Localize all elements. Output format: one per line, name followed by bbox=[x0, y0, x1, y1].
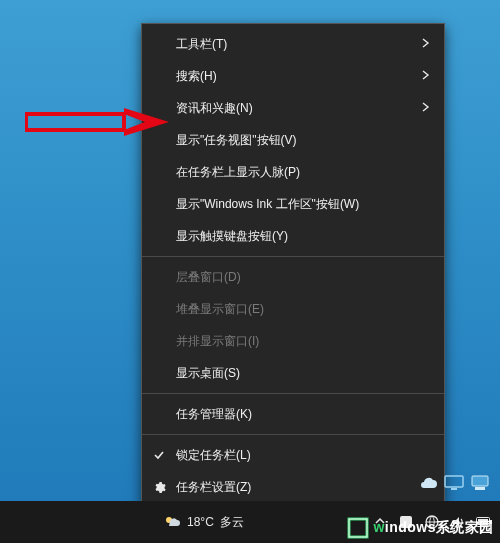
volume-icon[interactable] bbox=[450, 514, 466, 530]
menu-item-toolbar[interactable]: 工具栏(T) bbox=[142, 28, 444, 60]
menu-separator bbox=[142, 434, 444, 435]
check-icon bbox=[152, 448, 166, 462]
svg-rect-3 bbox=[451, 488, 457, 490]
menu-item-label: 搜索(H) bbox=[176, 68, 414, 85]
svg-rect-10 bbox=[478, 519, 488, 525]
tray-app-icon[interactable] bbox=[398, 514, 414, 530]
menu-item-cascade: 层叠窗口(D) bbox=[142, 261, 444, 293]
chevron-right-icon bbox=[422, 101, 430, 115]
battery-icon[interactable] bbox=[476, 514, 492, 530]
menu-item-label: 显示"任务视图"按钮(V) bbox=[176, 132, 430, 149]
gear-icon bbox=[152, 480, 166, 494]
menu-item-stacked: 堆叠显示窗口(E) bbox=[142, 293, 444, 325]
menu-item-label: 显示"Windows Ink 工作区"按钮(W) bbox=[176, 196, 430, 213]
menu-item-news-interests[interactable]: 资讯和兴趣(N) bbox=[142, 92, 444, 124]
svg-rect-4 bbox=[472, 476, 488, 486]
cloud-icon[interactable] bbox=[418, 473, 438, 493]
menu-item-label: 层叠窗口(D) bbox=[176, 269, 430, 286]
taskbar-weather[interactable]: 18°C 多云 bbox=[163, 513, 244, 531]
menu-separator bbox=[142, 256, 444, 257]
svg-rect-2 bbox=[445, 476, 463, 487]
menu-item-show-people[interactable]: 在任务栏上显示人脉(P) bbox=[142, 156, 444, 188]
menu-item-sidebyside: 并排显示窗口(I) bbox=[142, 325, 444, 357]
menu-item-label: 显示桌面(S) bbox=[176, 365, 430, 382]
chevron-right-icon bbox=[422, 37, 430, 51]
menu-item-show-touch-keyboard[interactable]: 显示触摸键盘按钮(Y) bbox=[142, 220, 444, 252]
computer-icon[interactable] bbox=[470, 473, 490, 493]
chevron-right-icon bbox=[422, 69, 430, 83]
weather-text: 多云 bbox=[220, 514, 244, 531]
network-icon[interactable] bbox=[424, 514, 440, 530]
menu-separator bbox=[142, 393, 444, 394]
menu-item-task-manager[interactable]: 任务管理器(K) bbox=[142, 398, 444, 430]
tray-overflow-icon[interactable] bbox=[372, 514, 388, 530]
desktop[interactable]: 工具栏(T) 搜索(H) 资讯和兴趣(N) 显示"任务视图"按钮(V) 在任务栏… bbox=[0, 0, 500, 543]
taskbar-context-menu: 工具栏(T) 搜索(H) 资讯和兴趣(N) 显示"任务视图"按钮(V) 在任务栏… bbox=[141, 23, 445, 508]
menu-item-label: 工具栏(T) bbox=[176, 36, 414, 53]
menu-item-label: 任务栏设置(Z) bbox=[176, 479, 430, 496]
menu-item-taskbar-settings[interactable]: 任务栏设置(Z) bbox=[142, 471, 444, 503]
system-tray bbox=[372, 514, 492, 530]
menu-item-show-taskview[interactable]: 显示"任务视图"按钮(V) bbox=[142, 124, 444, 156]
menu-item-search[interactable]: 搜索(H) bbox=[142, 60, 444, 92]
svg-rect-0 bbox=[26, 114, 124, 130]
menu-item-label: 在任务栏上显示人脉(P) bbox=[176, 164, 430, 181]
svg-rect-11 bbox=[490, 520, 492, 524]
menu-item-label: 锁定任务栏(L) bbox=[176, 447, 430, 464]
menu-item-show-ink[interactable]: 显示"Windows Ink 工作区"按钮(W) bbox=[142, 188, 444, 220]
weather-temp: 18°C bbox=[187, 515, 214, 529]
taskbar[interactable]: 18°C 多云 bbox=[0, 501, 500, 543]
menu-item-label: 堆叠显示窗口(E) bbox=[176, 301, 430, 318]
menu-item-label: 显示触摸键盘按钮(Y) bbox=[176, 228, 430, 245]
svg-rect-7 bbox=[400, 516, 412, 528]
menu-item-show-desktop[interactable]: 显示桌面(S) bbox=[142, 357, 444, 389]
menu-item-label: 资讯和兴趣(N) bbox=[176, 100, 414, 117]
floating-tray bbox=[418, 473, 490, 493]
monitor-icon[interactable] bbox=[444, 473, 464, 493]
menu-item-label: 并排显示窗口(I) bbox=[176, 333, 430, 350]
weather-icon bbox=[163, 513, 181, 531]
svg-rect-5 bbox=[475, 487, 485, 490]
menu-item-label: 任务管理器(K) bbox=[176, 406, 430, 423]
menu-item-lock-taskbar[interactable]: 锁定任务栏(L) bbox=[142, 439, 444, 471]
